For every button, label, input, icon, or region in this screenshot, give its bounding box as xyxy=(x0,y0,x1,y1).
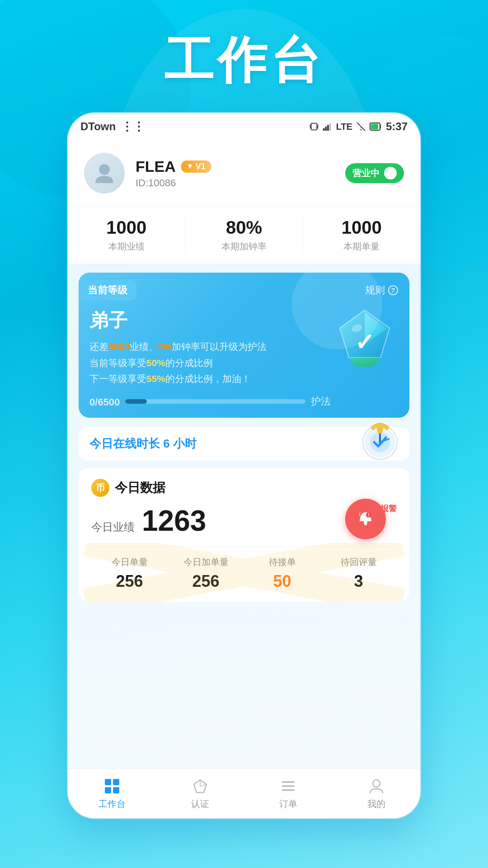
x-decoration xyxy=(79,543,409,602)
svg-rect-2 xyxy=(311,123,317,130)
profile-name: FLEA ▼ V1 xyxy=(136,158,211,175)
stat-performance: 1000 本期业绩 xyxy=(68,217,185,253)
today-data-title: 今日数据 xyxy=(115,479,165,496)
svg-point-26 xyxy=(378,429,382,434)
stat-performance-label: 本期业绩 xyxy=(68,241,185,253)
time-display: 5:37 xyxy=(386,120,408,133)
phone-content: FLEA ▼ V1 ID:10086 营业中 1000 本期业绩 xyxy=(68,140,420,818)
level-rules[interactable]: 规则 ? xyxy=(365,283,399,297)
nav-item-workbench[interactable]: 工作台 xyxy=(68,769,156,818)
battery-icon xyxy=(370,123,382,131)
business-status-label: 营业中 xyxy=(352,167,380,179)
bottom-nav: 工作台 认证 订单 xyxy=(68,769,420,818)
progress-bar xyxy=(125,399,305,404)
vibration-icon xyxy=(309,122,319,132)
today-perf-label: 今日业绩 xyxy=(91,520,135,534)
svg-rect-6 xyxy=(329,123,331,131)
level-card: 当前等级 规则 ? 弟子 还差6500业绩、0%加钟率可以升级为护法 当前等级享… xyxy=(79,273,409,418)
nav-label-orders: 订单 xyxy=(279,798,297,810)
phone-mockup: DTown ⋮⋮ LTE 5:37 xyxy=(68,113,420,818)
level-progress-text: 0/6500 xyxy=(89,394,120,409)
nav-label-certify: 认证 xyxy=(191,798,209,810)
nav-item-orders[interactable]: 订单 xyxy=(244,769,332,818)
svg-point-28 xyxy=(385,425,389,430)
nav-item-certify[interactable]: 认证 xyxy=(156,769,244,818)
nav-label-workbench: 工作台 xyxy=(99,798,126,810)
svg-point-7 xyxy=(361,129,362,131)
svg-rect-36 xyxy=(113,779,119,785)
profile-section: FLEA ▼ V1 ID:10086 营业中 xyxy=(68,140,420,206)
app-name: DTown xyxy=(80,120,116,133)
stat-orders-value: 1000 xyxy=(303,217,420,238)
profile-id: ID:10086 xyxy=(136,177,211,189)
stat-orders: 1000 本期单量 xyxy=(303,217,420,253)
svg-rect-43 xyxy=(282,789,295,791)
menu-icon: ⋮⋮ xyxy=(121,120,145,134)
svg-rect-5 xyxy=(327,125,329,131)
svg-rect-35 xyxy=(105,779,111,785)
svg-rect-9 xyxy=(371,124,378,129)
status-right: LTE 5:37 xyxy=(309,120,408,133)
svg-marker-16 xyxy=(349,358,380,367)
stat-performance-value: 1000 xyxy=(68,217,185,238)
toggle-knob xyxy=(384,167,397,179)
list-icon xyxy=(279,777,297,795)
wifi-off-icon xyxy=(356,122,366,132)
diamond-nav-icon xyxy=(191,777,209,795)
clock-illustration-icon xyxy=(355,414,405,464)
today-data-header: 币 今日数据 xyxy=(91,479,397,497)
level-title: 弟子 xyxy=(89,308,331,333)
coin-icon: 币 xyxy=(91,479,109,497)
progress-end-label: 护法 xyxy=(311,395,331,408)
stat-rate-value: 80% xyxy=(185,217,302,238)
svg-rect-3 xyxy=(323,128,325,131)
svg-rect-1 xyxy=(317,124,318,128)
svg-rect-37 xyxy=(105,787,111,793)
stat-orders-label: 本期单量 xyxy=(303,241,420,253)
business-toggle[interactable]: 营业中 xyxy=(345,163,404,183)
svg-rect-0 xyxy=(310,124,310,128)
svg-point-10 xyxy=(99,164,110,175)
svg-text:!: ! xyxy=(368,513,369,518)
svg-point-44 xyxy=(373,780,380,787)
today-data-section: 币 今日数据 今日业绩 1263 xyxy=(79,468,409,602)
status-bar: DTown ⋮⋮ LTE 5:37 xyxy=(68,113,420,140)
online-time-section: 今日在线时长 6 小时 xyxy=(79,427,409,461)
lte-indicator: LTE xyxy=(336,122,352,132)
alert-bell-icon: ! xyxy=(357,510,374,528)
person-nav-icon xyxy=(367,777,385,795)
nav-label-mine: 我的 xyxy=(367,798,385,810)
svg-rect-42 xyxy=(282,785,295,787)
question-icon: ? xyxy=(388,285,399,296)
alert-button[interactable]: ! xyxy=(345,499,386,539)
level-desc: 还差6500业绩、0%加钟率可以升级为护法 当前等级享受50%的分成比例 下一等… xyxy=(89,339,331,387)
svg-point-32 xyxy=(364,523,367,525)
online-time-text: 今日在线时长 6 小时 xyxy=(89,436,197,452)
grid-icon xyxy=(103,777,121,795)
signal-icon xyxy=(323,122,333,132)
svg-rect-38 xyxy=(113,787,119,793)
level-tab: 当前等级 xyxy=(79,280,136,301)
page-title: 工作台 xyxy=(0,27,488,94)
progress-bar-fill xyxy=(125,399,147,404)
svg-point-27 xyxy=(371,425,375,430)
svg-text:?: ? xyxy=(391,287,395,294)
nav-item-mine[interactable]: 我的 xyxy=(332,769,420,818)
diamond-3d-icon: ✓ xyxy=(331,303,399,371)
stat-rate-label: 本期加钟率 xyxy=(185,241,302,253)
stats-row: 1000 本期业绩 80% 本期加钟率 1000 本期单量 xyxy=(68,206,420,264)
v-badge: ▼ V1 xyxy=(181,160,211,173)
svg-rect-41 xyxy=(282,781,295,783)
avatar xyxy=(84,153,125,193)
today-perf-value: 1263 xyxy=(142,504,206,538)
svg-text:✓: ✓ xyxy=(355,329,375,355)
stat-rate: 80% 本期加钟率 xyxy=(185,217,303,253)
svg-rect-4 xyxy=(325,127,327,131)
